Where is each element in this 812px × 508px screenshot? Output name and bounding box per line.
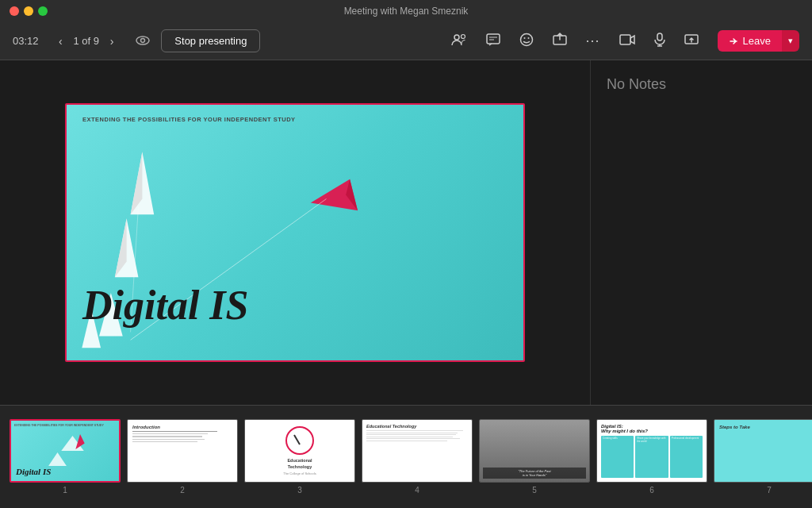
thumb-num-5: 5 <box>532 486 537 495</box>
thumb-num-2: 2 <box>180 486 185 495</box>
chat-button[interactable] <box>480 30 507 52</box>
thumb-2-title: Introduction <box>132 425 232 429</box>
slide-navigation: ‹ 1 of 9 › <box>54 32 118 51</box>
thumb-num-1: 1 <box>63 486 67 495</box>
slide-area: EXTENDING THE POSSIBILITIES FOR YOUR IND… <box>0 60 590 405</box>
slide-inner: EXTENDING THE POSSIBILITIES FOR YOUR IND… <box>67 105 523 360</box>
no-notes-text: No Notes <box>607 76 666 92</box>
stop-presenting-button[interactable]: Stop presenting <box>161 29 260 52</box>
slide-frame: EXTENDING THE POSSIBILITIES FOR YOUR IND… <box>65 103 525 362</box>
thumb-4-line-4 <box>366 437 453 437</box>
thumbnail-container-3[interactable]: Educational Technology The College of Sc… <box>244 419 355 495</box>
more-options-button[interactable]: ··· <box>580 29 607 52</box>
thumbnail-7[interactable]: Steps to Take <box>714 419 812 483</box>
thumb-1-title: Digital IS <box>16 467 51 476</box>
svg-point-8 <box>523 37 525 39</box>
window-title: Meeting with Megan Smeznik <box>344 6 469 17</box>
traffic-lights <box>10 6 48 16</box>
leave-button[interactable]: Leave <box>718 30 782 52</box>
thumb-4-line-3 <box>366 434 456 435</box>
svg-rect-12 <box>657 33 662 40</box>
svg-rect-4 <box>487 34 500 44</box>
svg-point-3 <box>461 34 465 38</box>
maximize-button[interactable] <box>38 6 48 16</box>
thumb-5-inner: "The Future of the Pastis in Your Hands" <box>480 420 589 482</box>
thumbnail-container-2[interactable]: Introduction 2 <box>127 419 238 495</box>
thumb-6-card-1: Creating skills <box>601 436 634 478</box>
thumb-7-title: Steps to Take <box>719 425 812 429</box>
thumb-2-line-5 <box>132 441 197 442</box>
close-button[interactable] <box>10 6 19 16</box>
svg-marker-27 <box>48 452 67 466</box>
main-content: EXTENDING THE POSSIBILITIES FOR YOUR IND… <box>0 60 812 405</box>
leave-chevron-button[interactable]: ▾ <box>782 30 799 52</box>
prev-slide-button[interactable]: ‹ <box>54 32 67 51</box>
thumb-6-cards: Creating skills Share your knowledge wit… <box>601 436 703 478</box>
next-slide-button[interactable]: › <box>105 32 119 51</box>
slide-count: 1 of 9 <box>71 35 102 47</box>
svg-point-0 <box>136 37 149 44</box>
thumbnail-container-7[interactable]: Steps to Take 7 <box>714 419 812 495</box>
thumbnail-container-4[interactable]: Educational Technology 4 <box>362 419 473 495</box>
participants-button[interactable] <box>445 30 473 52</box>
thumbnail-5[interactable]: "The Future of the Pastis in Your Hands" <box>479 419 590 483</box>
meeting-timer: 03:12 <box>13 35 41 47</box>
thumb-6-card-3: Professional development <box>670 436 703 478</box>
thumb-2-line-4 <box>132 439 205 440</box>
notes-panel: No Notes <box>590 60 812 405</box>
thumbnail-container-1[interactable]: EXTENDING THE POSSIBILITIES FOR YOUR IND… <box>10 419 121 495</box>
thumb-2-line-1 <box>132 431 217 432</box>
thumbnail-6[interactable]: Digital IS:Why might I do this? Creating… <box>596 419 707 483</box>
thumb-4-line-5 <box>366 438 460 439</box>
mic-button[interactable] <box>648 29 672 53</box>
title-bar: Meeting with Megan Smeznik <box>0 0 812 22</box>
thumbnail-container-6[interactable]: Digital IS:Why might I do this? Creating… <box>596 419 707 495</box>
thumb-4-line-2 <box>366 433 458 433</box>
toolbar: 03:12 ‹ 1 of 9 › Stop presenting <box>0 22 812 60</box>
thumbnail-strip: EXTENDING THE POSSIBILITIES FOR YOUR IND… <box>0 405 812 508</box>
svg-point-7 <box>520 33 532 45</box>
thumb-4-line-6 <box>366 441 447 441</box>
thumbnail-3[interactable]: Educational Technology The College of Sc… <box>244 419 355 483</box>
thumbnail-4[interactable]: Educational Technology <box>362 419 473 483</box>
thumb-3-text: Educational Technology The College of Sc… <box>283 458 316 475</box>
thumb-3-circle <box>285 426 314 455</box>
thumb-6-card-2: Share your knowledge with the world <box>635 436 668 478</box>
minimize-button[interactable] <box>24 6 33 16</box>
thumb-num-6: 6 <box>649 486 654 495</box>
svg-point-2 <box>454 35 459 40</box>
svg-rect-11 <box>620 35 630 44</box>
share-content-button[interactable] <box>546 29 573 53</box>
thumb-2-line-2 <box>132 433 208 434</box>
thumbnail-1[interactable]: EXTENDING THE POSSIBILITIES FOR YOUR IND… <box>10 419 121 483</box>
thumbnail-2[interactable]: Introduction <box>127 419 238 483</box>
thumb-2-line-3 <box>132 436 202 437</box>
thumb-4-line-1 <box>366 430 463 431</box>
share-screen-button[interactable] <box>678 29 705 53</box>
leave-label: Leave <box>743 35 771 47</box>
svg-point-9 <box>527 37 529 39</box>
thumb-5-caption: "The Future of the Pastis in Your Hands" <box>483 468 586 479</box>
slide-title: Digital IS <box>82 282 249 329</box>
thumb-num-7: 7 <box>767 486 772 495</box>
thumb-num-3: 3 <box>297 486 302 495</box>
view-button[interactable] <box>131 31 155 52</box>
thumbnail-container-5[interactable]: "The Future of the Pastis in Your Hands"… <box>479 419 590 495</box>
video-button[interactable] <box>613 31 642 52</box>
thumb-num-4: 4 <box>415 486 419 495</box>
thumb-4-title: Educational Technology <box>366 424 468 429</box>
reactions-button[interactable] <box>513 29 540 53</box>
thumb-6-title: Digital IS:Why might I do this? <box>601 424 703 433</box>
svg-point-1 <box>141 38 145 42</box>
